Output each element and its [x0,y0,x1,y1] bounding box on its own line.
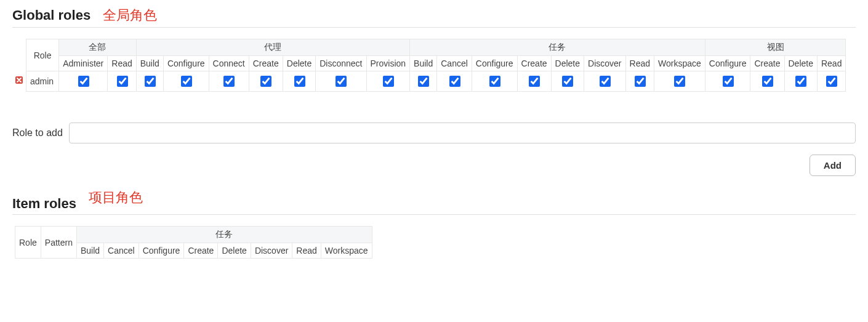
perm-cell [551,71,584,92]
perm-checkbox[interactable] [145,76,156,87]
perm-cell [654,71,705,92]
perm-cell [437,71,472,92]
global-roles-title: Global roles [12,7,90,23]
pattern-column-header: Pattern [41,227,76,259]
perm-cell [136,71,163,92]
perm-cell [209,71,249,92]
perm-checkbox[interactable] [181,76,192,87]
perm-checkbox[interactable] [600,76,611,87]
add-role-button[interactable]: Add [810,155,856,176]
perm-checkbox[interactable] [418,76,429,87]
role-to-add-label: Role to add [12,127,63,139]
perm-checkbox[interactable] [826,76,837,87]
perm-header: Read [625,56,654,71]
perm-group-header: 视图 [705,39,846,56]
perm-header: Build [410,56,437,71]
perm-header: Delete [283,56,315,71]
role-name-cell: admin [26,71,59,92]
delete-role-icon[interactable] [15,76,23,84]
perm-cell [163,71,209,92]
perm-checkbox[interactable] [294,76,305,87]
item-roles-annotation: 项目角色 [89,188,143,207]
perm-checkbox[interactable] [449,76,460,87]
perm-header: Configure [139,243,184,259]
perm-cell [366,71,410,92]
perm-checkbox[interactable] [78,76,89,87]
perm-checkbox[interactable] [260,76,271,87]
perm-checkbox[interactable] [723,76,734,87]
perm-header: Build [76,243,103,259]
perm-header: Workspace [654,56,705,71]
perm-cell [249,71,283,92]
perm-header: Workspace [321,243,372,259]
perm-checkbox[interactable] [562,76,573,87]
perm-cell [316,71,366,92]
perm-cell [283,71,315,92]
perm-header: Discover [584,56,625,71]
perm-checkbox[interactable] [762,76,773,87]
global-roles-heading: Global roles 全局角色 [12,6,856,28]
perm-cell [472,71,517,92]
perm-header: Provision [366,56,410,71]
perm-cell [59,71,108,92]
perm-group-header: 任务 [76,227,372,243]
role-to-add-input[interactable] [69,123,856,143]
perm-checkbox[interactable] [529,76,540,87]
perm-header: Connect [209,56,249,71]
perm-group-header: 代理 [136,39,409,56]
perm-header: Delete [218,243,251,259]
perm-cell [750,71,784,92]
perm-header: Administer [59,56,108,71]
perm-header: Configure [163,56,209,71]
role-column-header: Role [26,39,59,71]
item-roles-table: RolePattern任务BuildCancelConfigureCreateD… [15,226,372,259]
perm-header: Build [136,56,163,71]
perm-header: Create [249,56,283,71]
perm-header: Create [184,243,218,259]
role-column-header: Role [15,227,41,259]
perm-header: Delete [784,56,817,71]
perm-cell [517,71,551,92]
perm-header: Create [750,56,784,71]
perm-header: Discover [251,243,292,259]
perm-checkbox[interactable] [489,76,500,87]
perm-cell [625,71,654,92]
perm-cell [817,71,845,92]
perm-cell [784,71,817,92]
perm-group-header: 任务 [410,39,705,56]
perm-header: Read [292,243,321,259]
item-roles-heading: Item roles 项目角色 [12,195,856,215]
perm-header: Disconnect [316,56,366,71]
perm-header: Delete [551,56,584,71]
global-roles-table: Role全部代理任务视图AdministerReadBuildConfigure… [26,39,846,92]
table-row: admin [26,71,846,92]
perm-checkbox[interactable] [223,76,235,87]
global-roles-annotation: 全局角色 [103,6,157,25]
perm-cell [108,71,136,92]
item-roles-title: Item roles [12,196,76,212]
perm-header: Configure [705,56,750,71]
perm-checkbox[interactable] [383,76,394,87]
perm-checkbox[interactable] [635,76,646,87]
perm-header: Cancel [437,56,472,71]
perm-header: Read [817,56,845,71]
perm-header: Configure [472,56,517,71]
perm-group-header: 全部 [59,39,137,56]
perm-checkbox[interactable] [117,76,128,87]
perm-cell [584,71,625,92]
perm-checkbox[interactable] [336,76,347,87]
perm-header: Read [108,56,136,71]
perm-header: Cancel [104,243,139,259]
perm-checkbox[interactable] [674,76,685,87]
perm-cell [410,71,437,92]
perm-checkbox[interactable] [795,76,806,87]
perm-header: Create [517,56,551,71]
perm-cell [705,71,750,92]
